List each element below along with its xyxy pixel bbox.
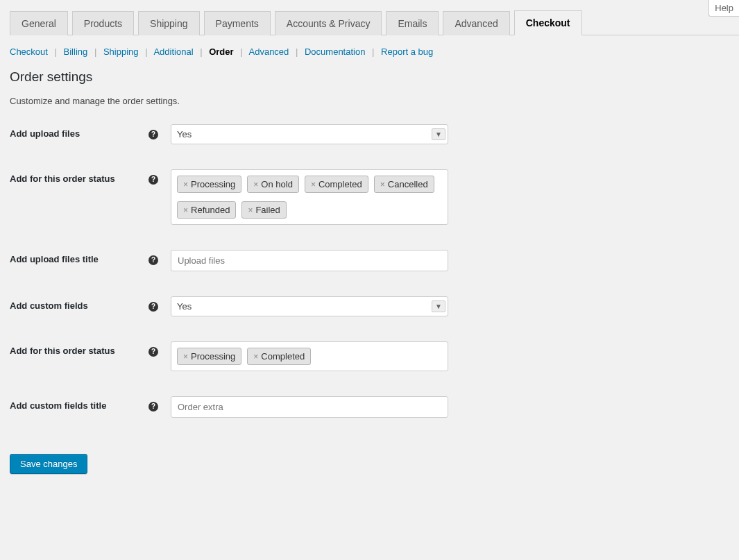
sub-tabs: Checkout | Billing | Shipping | Addition… (10, 46, 729, 57)
help-icon[interactable]: ? (148, 341, 171, 357)
close-icon[interactable]: × (248, 205, 253, 215)
close-icon[interactable]: × (183, 180, 188, 189)
tab-checkout[interactable]: Checkout (514, 10, 582, 35)
tag-label: Refunded (191, 205, 230, 215)
page-title: Order settings (10, 69, 729, 85)
tag-label: Completed (261, 351, 305, 362)
help-icon[interactable]: ? (148, 250, 171, 265)
subtab-checkout[interactable]: Checkout (10, 46, 48, 57)
subtab-billing[interactable]: Billing (64, 46, 88, 57)
main-tabs: General Products Shipping Payments Accou… (10, 10, 739, 35)
close-icon[interactable]: × (183, 352, 188, 362)
close-icon[interactable]: × (253, 180, 258, 189)
tab-general[interactable]: General (10, 11, 68, 35)
row-add-upload-files: Add upload files ? Yes ▼ (10, 124, 729, 144)
subtab-shipping[interactable]: Shipping (103, 46, 139, 57)
separator: | (200, 46, 202, 57)
separator: | (145, 46, 147, 57)
help-tab[interactable]: Help (708, 0, 739, 17)
chevron-down-icon: ▼ (432, 128, 445, 140)
subtab-additional[interactable]: Additional (153, 46, 193, 57)
multiselect-custom-status[interactable]: ×Processing ×Completed (171, 341, 448, 371)
subtab-order[interactable]: Order (209, 46, 233, 57)
row-add-custom-fields: Add custom fields ? Yes ▼ (10, 296, 729, 316)
tag-label: On hold (261, 179, 293, 189)
tag-completed[interactable]: ×Completed (305, 176, 368, 193)
row-custom-title: Add custom fields title ? (10, 396, 729, 418)
tag-cancelled[interactable]: ×Cancelled (374, 176, 434, 193)
close-icon[interactable]: × (380, 180, 385, 189)
label-custom-title: Add custom fields title (10, 396, 148, 411)
label-add-custom-fields: Add custom fields (10, 296, 148, 311)
tag-completed[interactable]: ×Completed (247, 348, 311, 365)
separator: | (55, 46, 57, 57)
label-add-upload-files: Add upload files (10, 124, 148, 139)
separator: | (296, 46, 298, 57)
row-upload-title: Add upload files title ? (10, 250, 729, 271)
separator: | (94, 46, 96, 57)
settings-form: Add upload files ? Yes ▼ Add for this or… (10, 124, 729, 418)
label-upload-title: Add upload files title (10, 250, 148, 264)
tag-processing[interactable]: ×Processing (177, 176, 241, 193)
tag-label: Processing (191, 179, 235, 189)
close-icon[interactable]: × (253, 352, 258, 362)
tag-failed[interactable]: ×Failed (241, 201, 286, 219)
help-icon[interactable]: ? (148, 396, 171, 411)
tag-label: Failed (255, 205, 280, 215)
separator: | (372, 46, 374, 57)
select-value: Yes (177, 129, 192, 139)
tag-label: Completed (318, 179, 362, 189)
row-upload-order-status: Add for this order status ? ×Processing … (10, 169, 729, 225)
tab-accounts-privacy[interactable]: Accounts & Privacy (275, 11, 382, 35)
help-icon[interactable]: ? (148, 296, 171, 312)
close-icon[interactable]: × (183, 205, 188, 215)
label-custom-order-status: Add for this order status (10, 341, 148, 356)
tag-on-hold[interactable]: ×On hold (247, 176, 299, 193)
multiselect-upload-status[interactable]: ×Processing ×On hold ×Completed ×Cancell… (171, 169, 448, 225)
separator: | (240, 46, 242, 57)
subtab-documentation[interactable]: Documentation (305, 46, 365, 57)
tab-emails[interactable]: Emails (386, 11, 439, 35)
tab-payments[interactable]: Payments (204, 11, 271, 35)
tab-shipping[interactable]: Shipping (138, 11, 200, 35)
help-icon[interactable]: ? (148, 124, 171, 139)
help-icon[interactable]: ? (148, 169, 171, 185)
chevron-down-icon: ▼ (432, 300, 445, 312)
input-upload-title[interactable] (171, 250, 448, 271)
row-custom-order-status: Add for this order status ? ×Processing … (10, 341, 729, 371)
save-button[interactable]: Save changes (10, 454, 87, 474)
select-add-upload-files[interactable]: Yes ▼ (171, 124, 448, 144)
tag-processing[interactable]: ×Processing (177, 348, 241, 365)
tag-label: Processing (191, 351, 235, 362)
subtab-advanced[interactable]: Advanced (249, 46, 289, 57)
input-custom-title[interactable] (171, 396, 448, 418)
select-value: Yes (177, 301, 192, 312)
subtab-report-bug[interactable]: Report a bug (381, 46, 433, 57)
close-icon[interactable]: × (311, 180, 316, 189)
page-description: Customize and manage the order settings. (10, 96, 729, 106)
tab-advanced[interactable]: Advanced (443, 11, 509, 35)
select-add-custom-fields[interactable]: Yes ▼ (171, 296, 448, 316)
tag-refunded[interactable]: ×Refunded (177, 201, 236, 219)
tag-label: Cancelled (388, 179, 428, 189)
label-upload-order-status: Add for this order status (10, 169, 148, 184)
tab-products[interactable]: Products (72, 11, 134, 35)
